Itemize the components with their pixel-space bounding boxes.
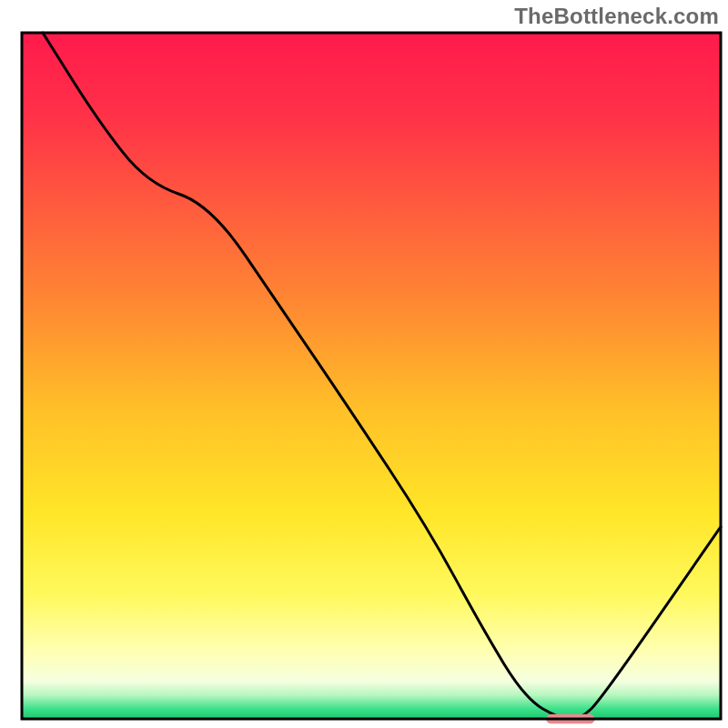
plot-background xyxy=(22,33,721,719)
bottleneck-chart xyxy=(0,0,728,728)
